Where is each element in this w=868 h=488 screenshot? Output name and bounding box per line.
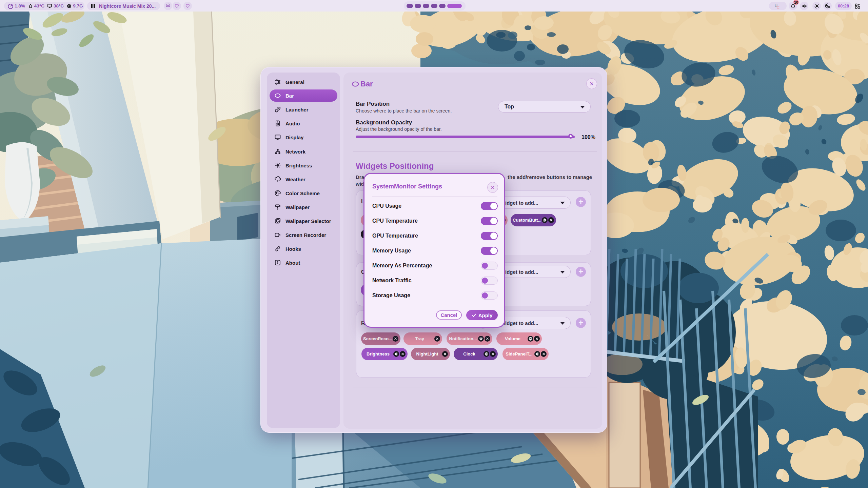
svg-text:C: C <box>777 5 780 9</box>
